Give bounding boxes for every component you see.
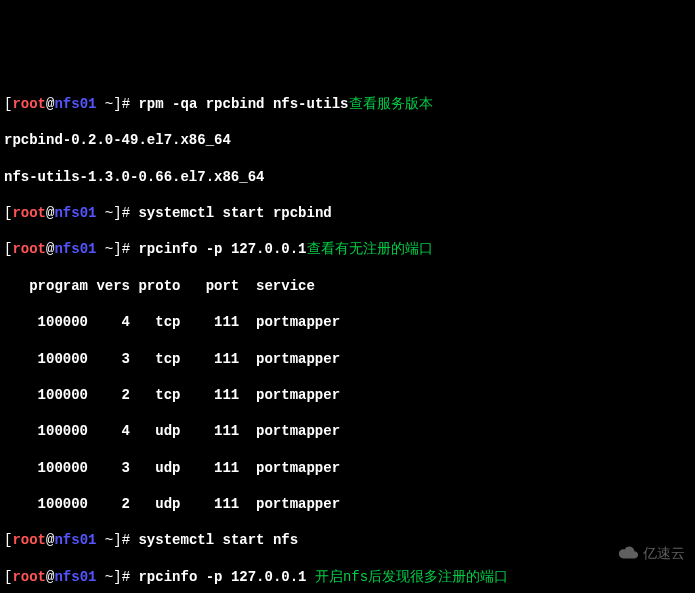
rpcinfo-header-1: program vers proto port service [4, 277, 691, 295]
rpm-output-2: nfs-utils-1.3.0-0.66.el7.x86_64 [4, 168, 691, 186]
command-rpm: rpm -qa rpcbind nfs-utils [138, 96, 348, 112]
annotation-ports: 查看有无注册的端口 [307, 241, 433, 257]
table-row: 100000 3 tcp 111 portmapper [4, 350, 691, 368]
command-start-nfs: systemctl start nfs [138, 532, 298, 548]
command-rpcinfo-1: rpcinfo -p 127.0.0.1 [138, 241, 306, 257]
watermark: 亿速云 [583, 525, 685, 583]
annotation-version: 查看服务版本 [349, 96, 433, 112]
rpm-output-1: rpcbind-0.2.0-49.el7.x86_64 [4, 131, 691, 149]
annotation-after-nfs: 开启nfs后发现很多注册的端口 [315, 569, 508, 585]
table-row: 100000 4 tcp 111 portmapper [4, 313, 691, 331]
hostname: nfs01 [54, 96, 96, 112]
watermark-text: 亿速云 [643, 545, 685, 563]
bracket-close: ]# [113, 96, 130, 112]
user: root [12, 96, 46, 112]
table-row: 100000 2 tcp 111 portmapper [4, 386, 691, 404]
prompt-line-2[interactable]: [root@nfs01 ~]# systemctl start rpcbind [4, 204, 691, 222]
table-row: 100000 4 udp 111 portmapper [4, 422, 691, 440]
table-row: 100000 3 udp 111 portmapper [4, 459, 691, 477]
command-rpcinfo-2: rpcinfo -p 127.0.0.1 [138, 569, 306, 585]
path: ~ [96, 96, 113, 112]
prompt-line-3[interactable]: [root@nfs01 ~]# rpcinfo -p 127.0.0.1查看有无… [4, 240, 691, 258]
command-start-rpcbind: systemctl start rpcbind [138, 205, 331, 221]
terminal-output: [root@nfs01 ~]# rpm -qa rpcbind nfs-util… [4, 77, 691, 593]
prompt-line-1[interactable]: [root@nfs01 ~]# rpm -qa rpcbind nfs-util… [4, 95, 691, 113]
table-row: 100000 2 udp 111 portmapper [4, 495, 691, 513]
cloud-icon [583, 525, 639, 583]
